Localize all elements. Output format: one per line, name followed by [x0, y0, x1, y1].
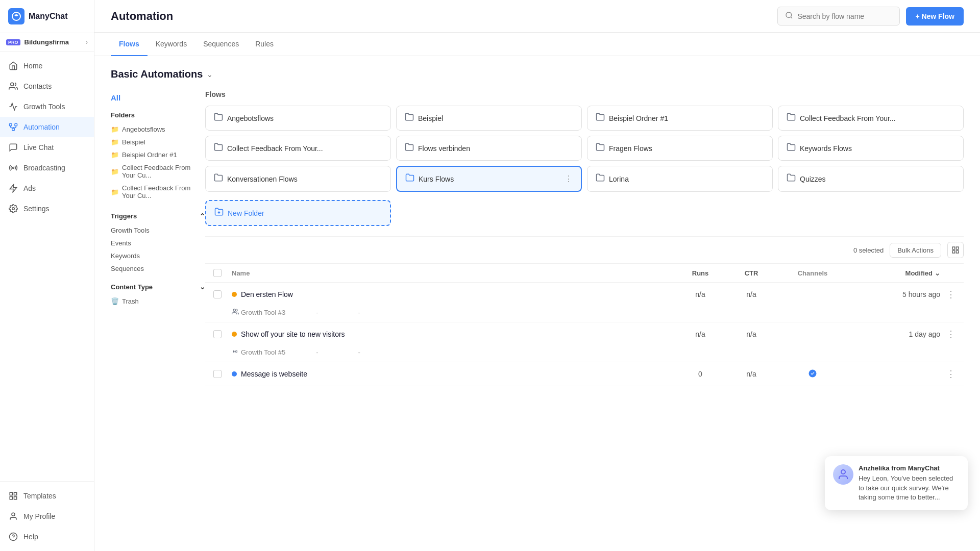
row-2-more[interactable]: ⋮	[940, 329, 955, 340]
svg-rect-9	[14, 492, 17, 495]
chat-widget[interactable]: Anzhelika from ManyChat Hey Leon, You've…	[825, 456, 968, 510]
folder-card-quizzes[interactable]: Quizzes	[778, 166, 964, 192]
account-selector[interactable]: PRO Bildungsfirma ›	[0, 33, 94, 52]
folder-card-collect2[interactable]: Collect Feedback From Your...	[205, 136, 391, 161]
account-chevron-icon: ›	[86, 39, 88, 46]
folder-icon	[214, 173, 223, 185]
folder-grid-area: Flows Angebotsflows	[205, 90, 964, 386]
folder-card-beispiel-ordner[interactable]: Beispiel Ordner #1	[587, 106, 773, 131]
more-options-button[interactable]: ⋮	[946, 368, 955, 380]
tab-flows[interactable]: Flows	[111, 33, 148, 56]
manychat-logo-icon	[8, 8, 24, 24]
flow-name[interactable]: Den ersten Flow	[241, 290, 293, 298]
sidebar-item-home[interactable]: Home	[0, 56, 94, 76]
templates-icon	[8, 491, 18, 501]
sidebar-item-ads-label: Ads	[23, 184, 36, 192]
folder-card-lorina[interactable]: Lorina	[587, 166, 773, 192]
folder-card-label: Flows verbinden	[418, 144, 573, 153]
folder-card-konversationen[interactable]: Konversationen Flows	[205, 166, 391, 192]
new-flow-button[interactable]: + New Flow	[906, 7, 964, 26]
left-panel-folder-collect1[interactable]: 📁 Collect Feedback From Your Cu...	[111, 161, 205, 182]
folder-card-collect1[interactable]: Collect Feedback From Your...	[778, 106, 964, 131]
folder-icon	[596, 112, 605, 124]
flow-name[interactable]: Show off your site to new visitors	[241, 330, 345, 338]
sidebar-item-help[interactable]: Help	[0, 527, 94, 547]
left-panel-folder-collect2[interactable]: 📁 Collect Feedback From Your Cu...	[111, 182, 205, 202]
trash-item[interactable]: 🗑️ Trash	[111, 295, 205, 308]
table-row-sub: Growth Tool #5 - -	[205, 346, 964, 362]
row-3-checkbox[interactable]	[213, 370, 222, 378]
row-1-checkbox[interactable]	[213, 290, 222, 298]
live-chat-icon	[8, 142, 18, 153]
subtrigger-label: Growth Tool #3	[241, 309, 285, 316]
sidebar-item-my-profile[interactable]: My Profile	[0, 506, 94, 527]
search-input[interactable]	[797, 12, 892, 20]
folder-card-kurs-flows[interactable]: Kurs Flows ⋮	[396, 166, 582, 192]
row-3-ctr: n/a	[726, 370, 777, 378]
sidebar-item-live-chat[interactable]: Live Chat	[0, 137, 94, 158]
grid-view-button[interactable]	[947, 242, 964, 258]
tab-keywords[interactable]: Keywords	[148, 33, 195, 56]
row-checkbox-2[interactable]	[213, 330, 232, 338]
folder-label: Collect Feedback From Your Cu...	[122, 184, 205, 199]
select-all-checkbox[interactable]	[213, 269, 222, 277]
sidebar-item-automation[interactable]: Automation	[0, 117, 94, 137]
all-filter[interactable]: All	[111, 90, 205, 105]
sidebar-item-contacts[interactable]: Contacts	[0, 76, 94, 96]
bulk-actions-button[interactable]: Bulk Actions	[890, 243, 941, 258]
left-panel-folder-beispiel[interactable]: 📁 Beispiel	[111, 136, 205, 148]
row-2-checkbox[interactable]	[213, 330, 222, 338]
sub-ctr: -	[358, 348, 360, 356]
sidebar-item-settings[interactable]: Settings	[0, 198, 94, 219]
trigger-events[interactable]: Events	[111, 237, 205, 249]
folder-card-label: Angebotsflows	[227, 114, 382, 122]
folder-card-angebotsflows[interactable]: Angebotsflows	[205, 106, 391, 131]
sidebar-item-ads[interactable]: Ads	[0, 178, 94, 198]
more-options-button[interactable]: ⋮	[946, 289, 955, 300]
trigger-sequences[interactable]: Sequences	[111, 262, 205, 275]
left-panel-folder-angebotsflows[interactable]: 📁 Angebotsflows	[111, 123, 205, 136]
status-dot-yellow	[232, 292, 237, 297]
trigger-growth-tools[interactable]: Growth Tools	[111, 224, 205, 237]
row-3-more[interactable]: ⋮	[940, 368, 955, 380]
content-type-heading[interactable]: Content Type ⌄	[111, 283, 205, 291]
folder-card-label: Konversationen Flows	[227, 175, 382, 183]
more-options-button[interactable]: ⋮	[946, 329, 955, 340]
triggers-heading[interactable]: Triggers ⌃	[111, 212, 205, 220]
row-checkbox-1[interactable]	[213, 290, 232, 298]
folder-icon: 📁	[111, 126, 119, 133]
row-1-more[interactable]: ⋮	[940, 289, 955, 300]
search-icon	[785, 11, 793, 21]
search-box[interactable]	[777, 7, 900, 26]
sub-ctr: -	[358, 309, 360, 316]
row-checkbox-3[interactable]	[213, 370, 232, 378]
tab-sequences[interactable]: Sequences	[195, 33, 247, 56]
folder-card-keywords-flows[interactable]: Keywords Flows	[778, 136, 964, 161]
folder-card-label: Keywords Flows	[800, 144, 955, 153]
folder-card-beispiel[interactable]: Beispiel	[396, 106, 582, 131]
folder-card-label: Collect Feedback From Your...	[227, 144, 382, 153]
folder-more-button[interactable]: ⋮	[565, 174, 573, 184]
left-panel-folder-beispiel-ordner[interactable]: 📁 Beispiel Ordner #1	[111, 148, 205, 161]
trigger-keywords[interactable]: Keywords	[111, 249, 205, 262]
sidebar-item-growth-tools[interactable]: Growth Tools	[0, 96, 94, 117]
folder-icon	[787, 173, 796, 185]
tab-rules[interactable]: Rules	[247, 33, 282, 56]
section-heading[interactable]: Basic Automations ⌄	[111, 68, 964, 80]
folder-card-label: Beispiel	[418, 114, 573, 122]
folder-card-flows-verbinden[interactable]: Flows verbinden	[396, 136, 582, 161]
sidebar-item-templates[interactable]: Templates	[0, 486, 94, 506]
flow-name[interactable]: Message is webseite	[241, 370, 307, 378]
table-header-check[interactable]	[213, 269, 232, 277]
folder-label: Angebotsflows	[122, 126, 165, 133]
folder-card-label: Lorina	[609, 175, 764, 183]
sidebar-item-broadcasting[interactable]: Broadcasting	[0, 158, 94, 178]
chat-sender: Anzhelika from ManyChat	[859, 464, 960, 472]
new-folder-card[interactable]: New Folder	[205, 200, 391, 226]
table-header-modified[interactable]: Modified ⌄	[848, 269, 940, 277]
folder-card-fragen-flows[interactable]: Fragen Flows	[587, 136, 773, 161]
folder-label: Beispiel	[122, 138, 145, 146]
svg-rect-18	[952, 247, 955, 249]
topbar: Automation + New Flow	[94, 0, 980, 33]
folder-icon	[405, 173, 414, 185]
